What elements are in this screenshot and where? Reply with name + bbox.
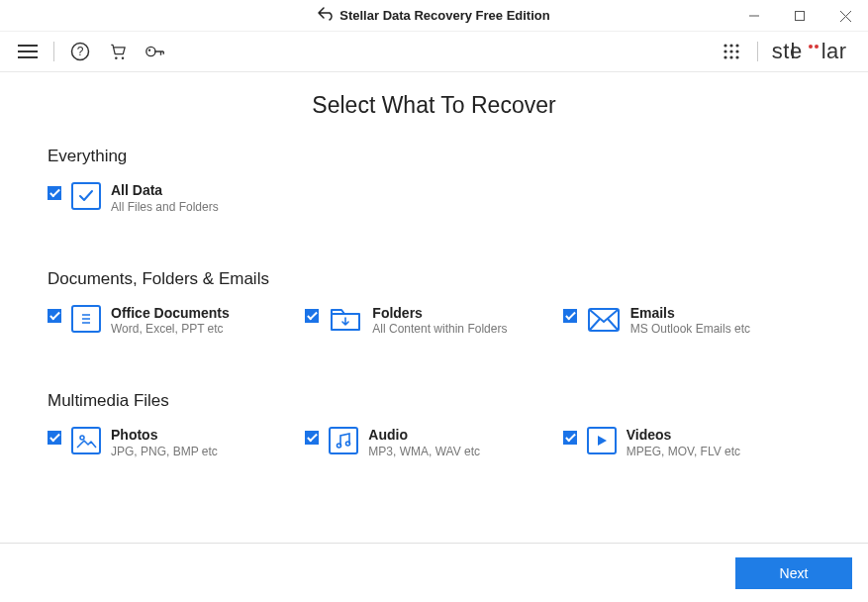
svg-point-9 [115,56,118,58]
option-subtitle: All Files and Folders [111,200,219,215]
svg-point-26 [80,436,84,440]
svg-point-16 [723,50,726,52]
option-subtitle: MS Outlook Emails etc [630,322,750,337]
toolbar: ? stelar stellar l [0,32,868,71]
close-button[interactable] [822,0,868,32]
divider [53,42,54,61]
svg-point-21 [735,55,738,58]
window-controls [731,0,868,32]
checkbox-office-documents[interactable] [48,309,61,323]
option-all-data[interactable]: All Data All Files and Folders [48,182,309,215]
section-heading-multimedia: Multimedia Files [48,391,820,411]
svg-point-18 [735,50,738,52]
key-icon[interactable] [144,40,167,63]
checkbox-photos[interactable] [48,431,61,445]
section-heading-everything: Everything [48,147,820,166]
checkbox-folders[interactable] [305,309,319,323]
option-subtitle: All Content within Folders [372,322,507,337]
option-photos[interactable]: Photos JPG, PNG, BMP etc [48,427,305,459]
option-title: Office Documents [111,305,230,323]
back-arrow-icon[interactable] [318,7,334,24]
section-documents: Documents, Folders & Emails Office Docum… [48,269,820,338]
section-everything: Everything All Data All Files and Folder… [48,147,820,215]
option-emails[interactable]: Emails MS Outlook Emails etc [563,305,820,338]
option-audio[interactable]: Audio MP3, WMA, WAV etc [305,427,562,459]
page-title: Select What To Recover [48,92,820,119]
maximize-button[interactable] [777,0,822,32]
option-videos[interactable]: Videos MPEG, MOV, FLV etc [563,427,820,459]
svg-point-10 [122,56,125,58]
svg-point-20 [729,55,732,58]
svg-rect-1 [796,12,805,21]
svg-text:?: ? [77,45,84,58]
titlebar: Stellar Data Recovery Free Edition [0,0,868,32]
option-title: All Data [111,182,219,200]
svg-point-11 [146,47,155,55]
menu-icon[interactable] [16,40,40,63]
checkbox-all-data[interactable] [48,186,61,200]
option-office-documents[interactable]: Office Documents Word, Excel, PPT etc [48,305,305,338]
app-title-group: Stellar Data Recovery Free Edition [318,7,549,24]
section-multimedia: Multimedia Files Photos JPG, PNG, BMP et… [48,391,820,459]
svg-point-27 [338,444,341,448]
option-title: Videos [627,427,740,445]
apps-grid-icon[interactable] [720,40,743,63]
option-subtitle: MPEG, MOV, FLV etc [627,445,740,459]
option-title: Folders [372,305,507,323]
section-heading-documents: Documents, Folders & Emails [48,269,820,289]
cart-icon[interactable] [106,40,130,63]
svg-point-19 [723,55,726,58]
svg-point-13 [723,44,726,47]
divider [757,42,758,61]
svg-point-28 [346,442,350,446]
document-icon [71,305,101,333]
all-data-icon [71,182,101,210]
option-subtitle: MP3, WMA, WAV etc [368,445,480,459]
svg-point-14 [729,44,732,47]
footer: Next [0,543,868,602]
brand-logo: stelar stellar l [772,41,852,62]
svg-point-12 [148,49,150,50]
option-title: Emails [630,305,750,323]
svg-point-15 [735,44,738,47]
option-folders[interactable]: Folders All Content within Folders [305,305,562,338]
option-subtitle: Word, Excel, PPT etc [111,322,230,337]
option-title: Photos [111,427,218,445]
checkbox-audio[interactable] [305,431,319,445]
checkbox-emails[interactable] [563,309,577,323]
next-button[interactable]: Next [735,557,852,589]
audio-icon [329,427,358,454]
email-icon [587,305,621,335]
option-title: Audio [368,427,480,445]
photo-icon [71,427,101,454]
option-subtitle: JPG, PNG, BMP etc [111,445,218,459]
main-content: Select What To Recover Everything All Da… [0,71,868,543]
checkbox-videos[interactable] [563,431,577,445]
video-icon [587,427,617,454]
folder-icon [329,305,362,335]
app-title: Stellar Data Recovery Free Edition [339,8,549,23]
help-icon[interactable]: ? [68,40,92,63]
svg-point-17 [729,50,732,52]
minimize-button[interactable] [731,0,777,32]
